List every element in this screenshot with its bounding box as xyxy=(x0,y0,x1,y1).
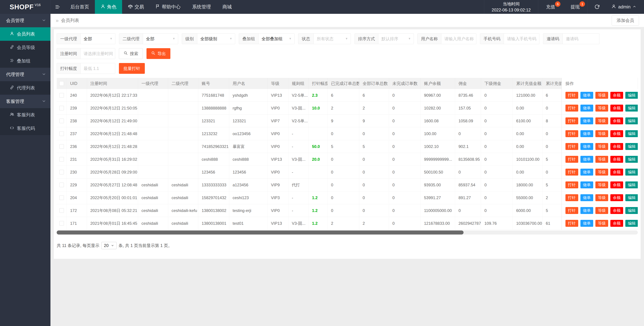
inject-button[interactable]: 打针 xyxy=(566,117,578,124)
make-order-button[interactable]: 做单 xyxy=(580,207,593,214)
search-button[interactable]: 搜索 xyxy=(119,48,143,59)
row-checkbox[interactable] xyxy=(59,131,64,136)
horizontal-scrollbar[interactable] xyxy=(57,230,638,235)
sidebar-item-service-list[interactable]: 客服列表 xyxy=(0,108,50,122)
level-button[interactable]: 等级 xyxy=(596,169,608,176)
row-checkbox[interactable] xyxy=(59,183,64,187)
sidebar-item-member-level[interactable]: 会员等级 xyxy=(0,41,50,54)
row-checkbox[interactable] xyxy=(59,93,64,98)
row-checkbox[interactable] xyxy=(59,106,64,110)
row-checkbox[interactable] xyxy=(59,196,64,200)
row-checkbox[interactable] xyxy=(59,119,64,123)
batch-inject-button[interactable]: 批量打针 xyxy=(119,63,145,74)
sidebar-item-stack-group[interactable]: 叠加组 xyxy=(0,54,50,68)
withdraw-button[interactable]: 提现 1 xyxy=(563,0,587,14)
make-order-button[interactable]: 做单 xyxy=(580,130,593,137)
make-order-button[interactable]: 做单 xyxy=(580,105,593,111)
user-menu[interactable]: admin xyxy=(606,0,644,14)
inject-button[interactable]: 打针 xyxy=(566,92,578,99)
inject-button[interactable]: 打针 xyxy=(566,194,578,201)
level-button[interactable]: 等级 xyxy=(596,143,608,150)
inject-button[interactable]: 打针 xyxy=(566,156,578,163)
sidebar-item-service-code[interactable]: 客服代码 xyxy=(0,122,50,135)
edit-button[interactable]: 编辑 xyxy=(625,92,638,99)
invite-code-input[interactable]: 邀请码 邀请码 xyxy=(543,33,600,44)
edit-button[interactable]: 编辑 xyxy=(625,105,638,111)
balance-button[interactable]: 余额 xyxy=(610,117,623,124)
edit-button[interactable]: 编辑 xyxy=(625,143,638,150)
row-checkbox[interactable] xyxy=(59,144,64,149)
nav-item-dashboard[interactable]: 后台首页 xyxy=(64,0,95,14)
nav-item-help[interactable]: 帮助中心 xyxy=(150,0,186,14)
hamburger-icon[interactable] xyxy=(50,0,64,14)
balance-button[interactable]: 余额 xyxy=(610,130,623,137)
sidebar-group-members[interactable]: 会员管理 xyxy=(0,14,50,27)
make-order-button[interactable]: 做单 xyxy=(580,92,593,99)
username-input[interactable]: 用户名称 请输入用户名称 xyxy=(418,33,476,44)
edit-button[interactable]: 编辑 xyxy=(625,117,638,124)
edit-button[interactable]: 编辑 xyxy=(625,156,638,163)
row-checkbox[interactable] xyxy=(59,208,64,213)
add-member-button[interactable]: 添加会员 xyxy=(612,15,639,26)
nav-item-mall[interactable]: 商城 xyxy=(217,0,238,14)
level-button[interactable]: 等级 xyxy=(596,156,608,163)
refresh-icon[interactable] xyxy=(588,0,606,14)
select-all-checkbox[interactable] xyxy=(59,81,64,86)
make-order-button[interactable]: 做单 xyxy=(580,143,593,150)
recharge-button[interactable]: 充值 6 xyxy=(538,0,563,14)
inject-button[interactable]: 打针 xyxy=(566,105,578,111)
page-size-select[interactable]: 20 xyxy=(102,242,116,249)
make-order-button[interactable]: 做单 xyxy=(580,117,593,124)
level-button[interactable]: 等级 xyxy=(596,92,608,99)
row-checkbox[interactable] xyxy=(59,221,64,226)
filter-stackgroup-select[interactable]: 叠加组 全部叠加组 ▼ xyxy=(239,33,294,44)
edit-button[interactable]: 编辑 xyxy=(625,130,638,137)
sidebar-group-agents[interactable]: 代理管理 xyxy=(0,68,50,81)
level-button[interactable]: 等级 xyxy=(596,207,608,214)
balance-button[interactable]: 余额 xyxy=(610,143,623,150)
export-button[interactable]: 导出 xyxy=(146,48,170,59)
balance-button[interactable]: 余额 xyxy=(610,169,623,176)
sidebar-group-service[interactable]: 客服管理 xyxy=(0,95,50,108)
nav-item-role[interactable]: 角色 xyxy=(95,0,122,14)
level-button[interactable]: 等级 xyxy=(596,130,608,137)
row-checkbox[interactable] xyxy=(59,170,64,174)
make-order-button[interactable]: 做单 xyxy=(580,194,593,201)
inject-button[interactable]: 打针 xyxy=(566,130,578,137)
register-time-input[interactable]: 注册时间 请选择注册时间 xyxy=(57,48,115,59)
balance-button[interactable]: 余额 xyxy=(610,220,623,227)
make-order-button[interactable]: 做单 xyxy=(580,220,593,227)
filter-sort-select[interactable]: 排序方式 默认排序 ▼ xyxy=(354,33,414,44)
sidebar-item-agent-list[interactable]: 代理列表 xyxy=(0,81,50,95)
nav-item-trade[interactable]: 交易 xyxy=(122,0,150,14)
level-button[interactable]: 等级 xyxy=(596,182,608,188)
row-checkbox[interactable] xyxy=(59,157,64,161)
level-button[interactable]: 等级 xyxy=(596,117,608,124)
inject-button[interactable]: 打针 xyxy=(566,207,578,214)
balance-button[interactable]: 余额 xyxy=(610,92,623,99)
edit-button[interactable]: 编辑 xyxy=(625,207,638,214)
make-order-button[interactable]: 做单 xyxy=(580,182,593,188)
level-button[interactable]: 等级 xyxy=(596,194,608,201)
scrollbar-thumb[interactable] xyxy=(57,230,464,235)
filter-agent2-select[interactable]: 二级代理 全部 ▼ xyxy=(119,33,178,44)
sidebar-item-member-list[interactable]: 会员列表 xyxy=(0,27,50,41)
filter-status-select[interactable]: 状态 所有状态 ▼ xyxy=(298,33,351,44)
make-order-button[interactable]: 做单 xyxy=(580,169,593,176)
edit-button[interactable]: 编辑 xyxy=(625,220,638,227)
balance-button[interactable]: 余额 xyxy=(610,105,623,111)
balance-button[interactable]: 余额 xyxy=(610,156,623,163)
level-button[interactable]: 等级 xyxy=(596,220,608,227)
edit-button[interactable]: 编辑 xyxy=(625,169,638,176)
balance-button[interactable]: 余额 xyxy=(610,207,623,214)
edit-button[interactable]: 编辑 xyxy=(625,194,638,201)
inject-button[interactable]: 打针 xyxy=(566,220,578,227)
make-order-button[interactable]: 做单 xyxy=(580,156,593,163)
balance-button[interactable]: 余额 xyxy=(610,182,623,188)
inject-button[interactable]: 打针 xyxy=(566,182,578,188)
nav-item-system[interactable]: 系统管理 xyxy=(186,0,217,14)
inject-button[interactable]: 打针 xyxy=(566,143,578,150)
filter-level-select[interactable]: 级别 全部级别 ▼ xyxy=(182,33,235,44)
balance-button[interactable]: 余额 xyxy=(610,194,623,201)
injection-range-input[interactable]: 打针幅度 最低 1.1 xyxy=(57,63,115,74)
